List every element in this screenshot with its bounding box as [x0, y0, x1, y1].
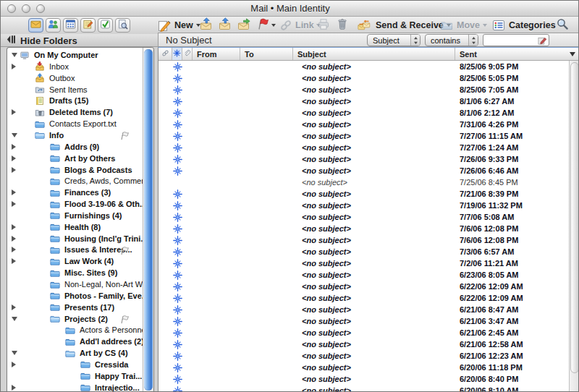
- reply-all-button[interactable]: [218, 18, 232, 33]
- advanced-search-icon[interactable]: [538, 35, 547, 45]
- folder-row[interactable]: Deleted Items (7): [7, 106, 142, 118]
- delete-button[interactable]: [335, 18, 350, 33]
- folder-row[interactable]: Health (8): [7, 221, 142, 233]
- message-row[interactable]: <no subject>6/21/06 3:47 AM: [159, 315, 569, 327]
- app-tab-project-center[interactable]: [115, 18, 130, 33]
- disclosure-collapsed-icon[interactable]: [12, 236, 16, 242]
- message-row[interactable]: <no subject>6/21/06 8:47 AM: [159, 304, 569, 315]
- message-row[interactable]: <no subject>6/20/06 11:18 PM: [159, 362, 569, 373]
- new-button[interactable]: New: [157, 18, 200, 33]
- title-bar[interactable]: Mail • Main Identity: [1, 1, 579, 17]
- filter-operator-popup[interactable]: contains: [425, 34, 478, 46]
- categories-button[interactable]: Categories: [491, 18, 563, 33]
- hide-folders-button[interactable]: Hide Folders: [7, 34, 77, 47]
- disclosure-collapsed-icon[interactable]: [12, 155, 16, 161]
- column-links[interactable]: [159, 48, 172, 60]
- disclosure-collapsed-icon[interactable]: [12, 304, 16, 310]
- link-button[interactable]: Link: [279, 18, 321, 33]
- disclosure-collapsed-icon[interactable]: [12, 362, 16, 367]
- message-row[interactable]: <no subject>7/26/06 9:33 PM: [159, 153, 569, 165]
- folder-row[interactable]: Presents (17): [7, 302, 142, 313]
- column-to[interactable]: To: [240, 48, 293, 60]
- folder-row[interactable]: Projects (2): [7, 313, 142, 325]
- message-scrollbar-thumb[interactable]: [570, 62, 579, 373]
- disclosure-expanded-icon[interactable]: [12, 133, 17, 137]
- move-button[interactable]: Move: [439, 18, 487, 33]
- app-tab-address-book[interactable]: [46, 18, 61, 33]
- app-tab-mail[interactable]: [28, 18, 43, 33]
- folder-row[interactable]: Outbox: [7, 72, 142, 84]
- folder-row[interactable]: Drafts (15): [7, 95, 142, 106]
- folder-row[interactable]: Furnishings (4): [7, 210, 142, 221]
- disclosure-collapsed-icon[interactable]: [12, 109, 16, 115]
- folder-row[interactable]: Non-Legal, Non-Art Work: [7, 278, 142, 290]
- message-row[interactable]: <no subject>6/22/06 12:09 AM: [159, 292, 569, 304]
- folder-row[interactable]: Contacts Export.txt: [7, 118, 142, 129]
- disclosure-expanded-icon[interactable]: [12, 317, 17, 321]
- folder-row[interactable]: Art by CS (4): [7, 347, 142, 359]
- folder-row[interactable]: Cressida: [7, 359, 142, 370]
- message-row[interactable]: <no subject>6/20/06 8:10 AM: [159, 385, 569, 392]
- message-row[interactable]: <no subject>7/6/06 12:08 PM: [159, 223, 569, 234]
- folder-row[interactable]: Photos - Family, Eve...: [7, 290, 142, 302]
- folder-row[interactable]: Flood 3-19-06 & Oth...: [7, 198, 142, 210]
- message-row[interactable]: <no subject>7/25/06 8:45 PM: [159, 176, 569, 188]
- disclosure-collapsed-icon[interactable]: [12, 144, 16, 150]
- folder-row[interactable]: Sent Items: [7, 84, 142, 95]
- column-online-status[interactable]: [172, 48, 182, 60]
- message-row[interactable]: <no subject>7/6/06 12:08 PM: [159, 234, 569, 246]
- app-tab-calendar[interactable]: [63, 18, 78, 33]
- forward-button[interactable]: [237, 18, 251, 33]
- column-subject[interactable]: Subject: [293, 48, 455, 60]
- folder-scrollbar[interactable]: [143, 48, 153, 392]
- flag-button[interactable]: [255, 18, 270, 33]
- message-row[interactable]: <no subject>8/1/06 2:12 AM: [159, 107, 569, 119]
- folder-row[interactable]: Creds, Awds, Commen...: [7, 175, 142, 187]
- message-row[interactable]: <no subject>7/27/06 11:15 AM: [159, 130, 569, 142]
- message-row[interactable]: <no subject>8/25/06 5:05 PM: [159, 72, 569, 84]
- message-row[interactable]: <no subject>6/23/06 8:05 AM: [159, 269, 569, 281]
- disclosure-collapsed-icon[interactable]: [12, 258, 16, 264]
- disclosure-collapsed-icon[interactable]: [12, 224, 16, 230]
- disclosure-collapsed-icon[interactable]: [12, 167, 16, 173]
- folder-row[interactable]: Actors & Personnel: [7, 324, 142, 336]
- search-button[interactable]: [555, 18, 570, 33]
- message-row[interactable]: <no subject>7/7/06 5:08 AM: [159, 211, 569, 223]
- app-tab-notes[interactable]: [80, 18, 96, 33]
- column-from[interactable]: From: [193, 48, 240, 60]
- message-row[interactable]: <no subject>7/31/06 4:26 PM: [159, 119, 569, 130]
- print-button[interactable]: [316, 18, 331, 33]
- send-receive-button[interactable]: Send & Receive: [355, 18, 451, 33]
- disclosure-collapsed-icon[interactable]: [12, 385, 16, 391]
- message-row[interactable]: <no subject>7/26/06 6:46 AM: [159, 165, 569, 176]
- message-row[interactable]: <no subject>6/21/06 12:23 AM: [159, 350, 569, 362]
- app-tab-tasks[interactable]: [98, 18, 113, 33]
- disclosure-expanded-icon[interactable]: [12, 53, 17, 57]
- message-row[interactable]: <no subject>6/21/06 12:58 AM: [159, 338, 569, 350]
- folder-row[interactable]: Addrs (9): [7, 141, 142, 153]
- folder-row[interactable]: Blogs & Podcasts: [7, 164, 142, 176]
- column-sent[interactable]: Sent: [455, 48, 579, 60]
- message-row[interactable]: <no subject>7/21/06 8:39 PM: [159, 188, 569, 200]
- folder-row[interactable]: Misc. Sites (9): [7, 267, 142, 278]
- message-row[interactable]: <no subject>7/3/06 6:57 AM: [159, 246, 569, 257]
- disclosure-collapsed-icon[interactable]: [12, 64, 16, 69]
- message-row[interactable]: <no subject>8/25/06 7:05 AM: [159, 84, 569, 95]
- folder-row[interactable]: Finances (3): [7, 187, 142, 198]
- folder-row[interactable]: Happy Trai...: [7, 370, 142, 382]
- folder-scrollbar-thumb[interactable]: [144, 49, 153, 391]
- folder-row[interactable]: Issues & Interes...: [7, 244, 142, 255]
- disclosure-collapsed-icon[interactable]: [12, 247, 16, 252]
- folder-row[interactable]: Law Work (4): [7, 255, 142, 267]
- message-row[interactable]: <no subject>8/1/06 6:27 AM: [159, 95, 569, 107]
- message-row[interactable]: <no subject>8/25/06 9:05 PM: [159, 61, 569, 72]
- reply-button[interactable]: [199, 18, 214, 33]
- folder-row[interactable]: On My Computer: [7, 49, 142, 61]
- folder-row[interactable]: Info: [7, 129, 142, 141]
- disclosure-expanded-icon[interactable]: [12, 351, 17, 355]
- message-row[interactable]: <no subject>7/27/06 1:24 AM: [159, 142, 569, 153]
- message-row[interactable]: <no subject>6/21/06 2:45 AM: [159, 327, 569, 338]
- folder-row[interactable]: Art by Others: [7, 153, 142, 164]
- column-attachments[interactable]: [182, 48, 193, 60]
- message-row[interactable]: <no subject>7/2/06 11:21 AM: [159, 257, 569, 269]
